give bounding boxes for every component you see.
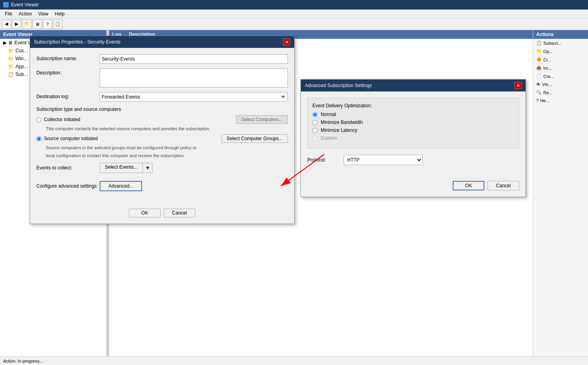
subscription-name-label: Subscription name: — [36, 54, 100, 61]
right-panel-refresh[interactable]: 🔍 Re... — [533, 88, 588, 97]
minimize-bandwidth-option: Minimize Bandwidth — [312, 120, 514, 125]
collector-radio[interactable] — [36, 117, 42, 122]
advanced-dialog-titlebar: Advanced Subscription Settings ✕ — [301, 80, 526, 91]
subscription-ok-btn[interactable]: OK — [129, 209, 161, 217]
subscription-type-label: Subscription type and source computers — [36, 106, 288, 112]
toolbar-doc[interactable]: 📋 — [53, 19, 62, 29]
tree-icon-eventvwr: ▶ 🖥 — [3, 40, 13, 46]
description-label: Description: — [36, 68, 100, 76]
minimize-bandwidth-radio[interactable] — [312, 120, 318, 125]
advanced-row: Configure advanced settings: Advanced... — [36, 181, 288, 191]
protocol-row: Protocol: HTTP HTTPS — [307, 155, 519, 165]
right-panel: Actions 📋 Subscri... 📁 Op... 🔶 Cr... 📥 I… — [533, 30, 588, 365]
tree-icon-win: 📁 — [8, 56, 14, 61]
right-panel-help[interactable]: ? He... — [533, 97, 588, 105]
normal-radio-option: Normal — [312, 112, 514, 117]
select-computers-btn[interactable]: Select Computers... — [236, 115, 288, 124]
minimize-bandwidth-label: Minimize Bandwidth — [321, 120, 363, 125]
advanced-btn[interactable]: Advanced... — [100, 181, 142, 191]
collector-radio-label: Collector initiated — [44, 117, 236, 122]
subscriptions-icon: 📋 — [536, 40, 542, 46]
protocol-label: Protocol: — [307, 157, 339, 163]
subscription-dialog-footer: OK Cancel — [30, 205, 294, 224]
subscription-name-input[interactable] — [100, 54, 288, 64]
select-events-dropdown-arrow[interactable]: ▼ — [143, 163, 152, 173]
menu-file[interactable]: File — [2, 10, 15, 17]
tree-label-win: Win... — [15, 56, 28, 61]
description-row: Description: — [36, 68, 288, 87]
collector-hint: This computer contacts the selected sour… — [46, 126, 288, 131]
subscription-dialog-titlebar: Subscription Properties - Security-Event… — [30, 36, 294, 48]
toolbar-monitor[interactable]: 🖥 — [32, 19, 42, 29]
protocol-select[interactable]: HTTP HTTPS — [344, 155, 423, 165]
advanced-dialog-close[interactable]: ✕ — [514, 82, 522, 89]
right-panel-view[interactable]: 👁 Vie... — [533, 80, 588, 88]
toolbar-folder[interactable]: 📁 — [22, 19, 32, 29]
custom-option: Custom — [312, 135, 514, 141]
destination-select[interactable]: Forwarded Events — [100, 92, 288, 102]
minimize-latency-option: Minimize Latency — [312, 127, 514, 133]
toolbar-forward[interactable]: ▶ — [12, 19, 21, 29]
optimization-section: Event Delivery Optimization: Normal Mini… — [307, 98, 519, 148]
source-hint2: local configuration to contact this comp… — [46, 153, 288, 158]
subscription-cancel-btn[interactable]: Cancel — [164, 209, 195, 217]
help-icon: ? — [536, 98, 539, 103]
destination-row: Destination log: Forwarded Events — [36, 92, 288, 102]
select-events-btn-label: Select Events... — [100, 163, 143, 173]
minimize-latency-label: Minimize Latency — [321, 127, 357, 133]
refresh-icon: 🔍 — [536, 90, 542, 95]
toolbar-back[interactable]: ◀ — [2, 19, 11, 29]
select-computer-groups-btn[interactable]: Select Computer Groups... — [221, 134, 288, 143]
optimization-title: Event Delivery Optimization: — [312, 103, 514, 108]
app-icon — [3, 2, 9, 8]
advanced-label: Configure advanced settings: — [36, 183, 100, 189]
app-title: Event Viewer — [11, 2, 39, 8]
subscription-dialog: Subscription Properties - Security-Event… — [30, 36, 295, 224]
subscription-dialog-body: Subscription name: Description: Destinat… — [30, 48, 294, 205]
title-bar: Event Viewer — [0, 0, 588, 10]
custom-label: Custom — [321, 135, 337, 141]
right-panel-create2[interactable]: 📄 Cre... — [533, 72, 588, 80]
right-panel-import[interactable]: 📥 Im... — [533, 64, 588, 72]
source-hint1: Source computers in the selected groups … — [46, 145, 288, 150]
destination-label: Destination log: — [36, 92, 100, 99]
advanced-dialog: Advanced Subscription Settings ✕ Event D… — [301, 79, 526, 197]
right-panel-subscriptions[interactable]: 📋 Subscri... — [533, 39, 588, 47]
right-panel-open[interactable]: 📁 Op... — [533, 47, 588, 55]
events-row: Events to collect: Select Events... ▼ — [36, 163, 288, 173]
source-radio-row: Source computer initiated Select Compute… — [36, 134, 288, 143]
tree-icon-app: 📁 — [8, 64, 14, 69]
minimize-latency-radio[interactable] — [312, 128, 318, 133]
custom-radio[interactable] — [312, 136, 318, 141]
source-radio[interactable] — [36, 136, 42, 141]
collector-radio-row: Collector initiated Select Computers... — [36, 115, 288, 124]
tree-label-sub: Sub... — [15, 72, 28, 77]
right-panel-create[interactable]: 🔶 Cr... — [533, 55, 588, 64]
status-bar: Action: In progress... — [0, 356, 588, 365]
import-icon: 📥 — [536, 65, 542, 70]
advanced-dialog-body: Event Delivery Optimization: Normal Mini… — [301, 91, 526, 178]
tree-label-app: App... — [15, 64, 28, 69]
normal-label: Normal — [321, 112, 336, 117]
description-input[interactable] — [100, 68, 288, 87]
menu-help[interactable]: Help — [52, 10, 68, 17]
status-text: Action: In progress... — [3, 359, 43, 363]
events-label: Events to collect: — [36, 165, 100, 171]
subscription-dialog-title: Subscription Properties - Security-Event… — [34, 39, 121, 45]
select-events-btn-container[interactable]: Select Events... ▼ — [100, 163, 153, 173]
normal-radio[interactable] — [312, 112, 318, 117]
toolbar-help[interactable]: ? — [43, 19, 52, 29]
advanced-ok-btn[interactable]: OK — [453, 181, 484, 190]
view-icon: 👁 — [536, 82, 541, 87]
right-panel-header: Actions — [533, 30, 588, 39]
menu-action[interactable]: Action — [15, 10, 35, 17]
source-radio-label: Source computer initiated — [44, 136, 221, 141]
advanced-dialog-footer: OK Cancel — [301, 178, 526, 197]
create2-icon: 📄 — [536, 74, 542, 79]
menu-view[interactable]: View — [35, 10, 52, 17]
tree-label-cus: Cus... — [15, 48, 28, 53]
subscription-dialog-close[interactable]: ✕ — [283, 38, 290, 46]
subscription-name-row: Subscription name: — [36, 54, 288, 64]
advanced-cancel-btn[interactable]: Cancel — [488, 181, 519, 190]
open-icon: 📁 — [536, 49, 542, 54]
